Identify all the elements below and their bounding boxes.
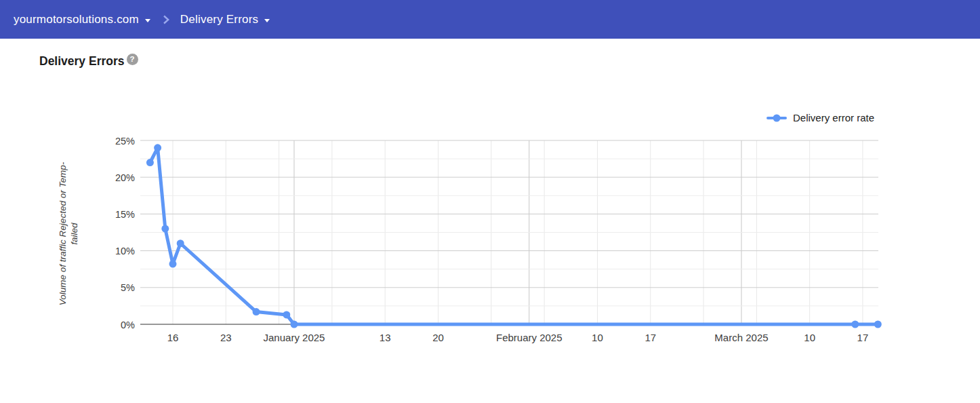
svg-text:17: 17 [857,332,869,343]
svg-text:February 2025: February 2025 [496,332,563,343]
svg-text:23: 23 [220,332,232,343]
svg-text:16: 16 [167,332,179,343]
svg-text:5%: 5% [121,282,135,293]
svg-text:10: 10 [804,332,815,343]
svg-text:0%: 0% [121,320,135,330]
svg-text:Volume of traffic Rejected or: Volume of traffic Rejected or Temp- [58,161,68,305]
svg-text:13: 13 [380,332,391,343]
svg-text:15%: 15% [115,209,135,220]
svg-text:20: 20 [432,332,444,343]
svg-text:25%: 25% [115,136,135,147]
svg-text:10%: 10% [115,246,135,256]
svg-text:March 2025: March 2025 [714,332,768,343]
svg-text:January 2025: January 2025 [264,332,325,343]
svg-text:failed: failed [69,223,79,245]
delivery-errors-chart: 0%5%10%15%20%25%1623January 20251320Febr… [0,0,980,403]
svg-text:10: 10 [592,332,603,343]
svg-text:17: 17 [645,332,656,343]
postmaster-page: yourmotorsolutions.com Delivery Errors D… [0,0,980,403]
svg-text:20%: 20% [115,172,135,183]
